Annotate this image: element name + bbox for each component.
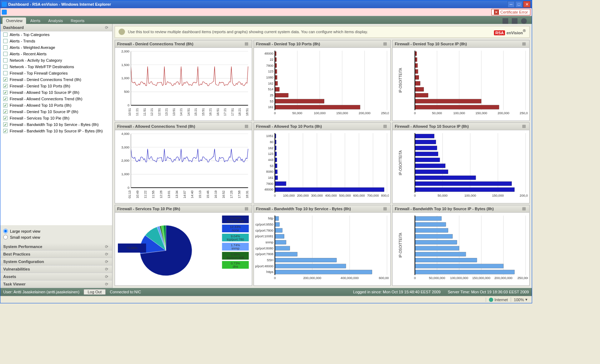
help-icon[interactable]: [521, 18, 527, 24]
sidebar: Dashboard ⟳ Alerts - Top CategoriesAlert…: [0, 24, 112, 288]
panel-action-icon[interactable]: ▤: [245, 41, 250, 46]
svg-text:tcp/port:48000: tcp/port:48000: [255, 264, 274, 268]
dashboard-item[interactable]: Firewall - Allowed Top 10 Source IP (8h): [0, 89, 112, 96]
refresh-icon[interactable]: ⟳: [105, 274, 110, 279]
panel-action-icon[interactable]: ▤: [522, 124, 527, 129]
app-tabbar: OverviewAlertsAnalysisReports: [0, 16, 532, 24]
svg-text:4,000: 4,000: [121, 132, 130, 136]
svg-text:17:21: 17:21: [223, 108, 227, 116]
svg-text:200,000,000: 200,000,000: [495, 276, 513, 280]
dashboard-item[interactable]: Firewall - Allowed Top 10 Ports (8h): [0, 102, 112, 108]
panel-action-icon[interactable]: ▤: [383, 206, 388, 211]
svg-text:12:28: 12:28: [159, 190, 163, 198]
sidebar-section[interactable]: Assets⟳: [0, 273, 112, 280]
panel-action-icon[interactable]: ▤: [522, 41, 527, 46]
refresh-icon[interactable]: ⟳: [105, 267, 110, 272]
close-button[interactable]: ✕: [523, 1, 530, 7]
certificate-error[interactable]: ✕ Certificate Error: [491, 9, 530, 15]
logout-button[interactable]: Log Out: [84, 289, 105, 295]
svg-text:15:13: 15:13: [198, 190, 202, 198]
svg-text:50,000: 50,000: [438, 194, 448, 197]
dashboard-item[interactable]: Alerts - Trends: [0, 38, 112, 44]
refresh-icon[interactable]: ⟳: [105, 252, 110, 257]
checkbox-icon[interactable]: [3, 52, 8, 56]
sidebar-section[interactable]: Best Practices⟳: [0, 251, 112, 258]
dashboard-grid: Firewall - Denied Connections Trend (8h)…: [112, 40, 532, 288]
panel-action-icon[interactable]: ▤: [522, 206, 527, 211]
svg-rect-237: [415, 222, 446, 227]
maximize-button[interactable]: □: [515, 1, 522, 7]
dashboard-item[interactable]: Network - Activity by Category: [0, 57, 112, 64]
svg-text:1,500: 1,500: [121, 63, 130, 66]
app-statusbar: User: Antti Jaaskelainen (antti.jaaskela…: [0, 288, 532, 296]
radio-small[interactable]: Small report view: [3, 234, 109, 240]
tab-alerts[interactable]: Alerts: [27, 17, 44, 24]
chart-bw-service: 0200,000,000400,000,000600,000,00httptcp…: [255, 214, 389, 284]
sidebar-section[interactable]: System Configuration⟳: [0, 258, 112, 266]
checkbox-icon[interactable]: [3, 129, 8, 133]
checkbox-icon[interactable]: [3, 84, 8, 88]
checkbox-icon[interactable]: [3, 116, 8, 120]
dashboard-item[interactable]: Firewall - Bandwidth Top 10 by Service -…: [0, 121, 112, 128]
checkbox-icon[interactable]: [3, 71, 8, 75]
panel-action-icon[interactable]: ▤: [245, 124, 250, 129]
svg-rect-166: [415, 152, 438, 156]
svg-text:53: 53: [270, 164, 273, 167]
checkbox-icon[interactable]: [3, 65, 8, 69]
svg-text:16:51: 16:51: [216, 108, 219, 116]
checkbox-icon[interactable]: [3, 58, 8, 62]
checkbox-icon[interactable]: [3, 77, 8, 82]
checkbox-icon[interactable]: [3, 45, 8, 50]
dashboard-item[interactable]: Alerts - Top Categories: [0, 31, 112, 38]
minimize-button[interactable]: ─: [508, 1, 515, 7]
tab-analysis[interactable]: Analysis: [45, 17, 66, 24]
dashboard-item[interactable]: Firewall - Services Top 10 Pie (8h): [0, 115, 112, 121]
ie-zoom[interactable]: 100% ▾: [511, 297, 530, 302]
dashboard-header[interactable]: Dashboard ⟳: [0, 24, 112, 31]
dashboard-item[interactable]: Alerts - Recent Alerts: [0, 51, 112, 57]
svg-text:14:51: 14:51: [186, 108, 190, 116]
ie-zone[interactable]: Internet: [486, 298, 511, 302]
panel-action-icon[interactable]: ▤: [383, 41, 388, 46]
checkbox-icon[interactable]: [3, 39, 8, 43]
refresh-icon[interactable]: ⟳: [105, 282, 110, 287]
checkbox-icon[interactable]: [3, 32, 8, 37]
svg-text:11:51: 11:51: [142, 108, 146, 116]
svg-rect-244: [415, 264, 504, 268]
tab-overview[interactable]: Overview: [2, 17, 26, 24]
refresh-icon[interactable]: ⟳: [105, 25, 110, 30]
svg-rect-245: [415, 270, 515, 274]
checkbox-icon[interactable]: [3, 110, 8, 114]
checkbox-icon[interactable]: [3, 103, 8, 107]
tool-icon-1[interactable]: [502, 18, 508, 24]
sidebar-section[interactable]: System Performance⟳: [0, 243, 112, 251]
tab-reports[interactable]: Reports: [67, 17, 88, 24]
dashboard-item[interactable]: Firewall - Bandwidth Top 10 by Source IP…: [0, 128, 112, 134]
checkbox-icon[interactable]: [3, 90, 8, 95]
svg-text:150,000: 150,000: [336, 111, 348, 115]
dashboard-item[interactable]: Firewall - Denied Top 10 Source IP (8h): [0, 108, 112, 115]
svg-rect-51: [275, 81, 278, 85]
svg-rect-238: [415, 228, 448, 233]
refresh-icon[interactable]: ⟳: [105, 244, 110, 249]
dashboard-item[interactable]: Network - Top Web/FTP Destinations: [0, 64, 112, 70]
error-icon: ✕: [494, 10, 499, 15]
dashboard-item[interactable]: Firewall - Denied Connections Trend (8h): [0, 76, 112, 83]
dashboard-item[interactable]: Alerts - Weighted Average: [0, 44, 112, 51]
dashboard-item[interactable]: Firewall - Top Firewall Categories: [0, 70, 112, 76]
svg-text:11:21: 11:21: [135, 108, 139, 116]
radio-large[interactable]: Large report view: [3, 228, 109, 234]
svg-text:16:19: 16:19: [214, 190, 218, 198]
dashboard-item[interactable]: Firewall - Allowed Connections Trend (8h…: [0, 96, 112, 102]
panel-action-icon[interactable]: ▤: [383, 124, 388, 129]
dashboard-item[interactable]: Firewall - Denied Top 10 Ports (8h): [0, 83, 112, 89]
svg-text:SSH: SSH: [267, 258, 274, 262]
sidebar-section[interactable]: Task Viewer⟳: [0, 280, 112, 288]
panel-action-icon[interactable]: ▤: [245, 206, 250, 211]
checkbox-icon[interactable]: [3, 97, 8, 101]
refresh-icon[interactable]: ⟳: [105, 259, 110, 264]
checkbox-icon[interactable]: [3, 122, 8, 127]
titlebar: Dashboard - RSA enVision - Windows Inter…: [0, 0, 532, 8]
sidebar-section[interactable]: Vulnerabilities⟳: [0, 266, 112, 273]
print-icon[interactable]: [512, 18, 518, 24]
